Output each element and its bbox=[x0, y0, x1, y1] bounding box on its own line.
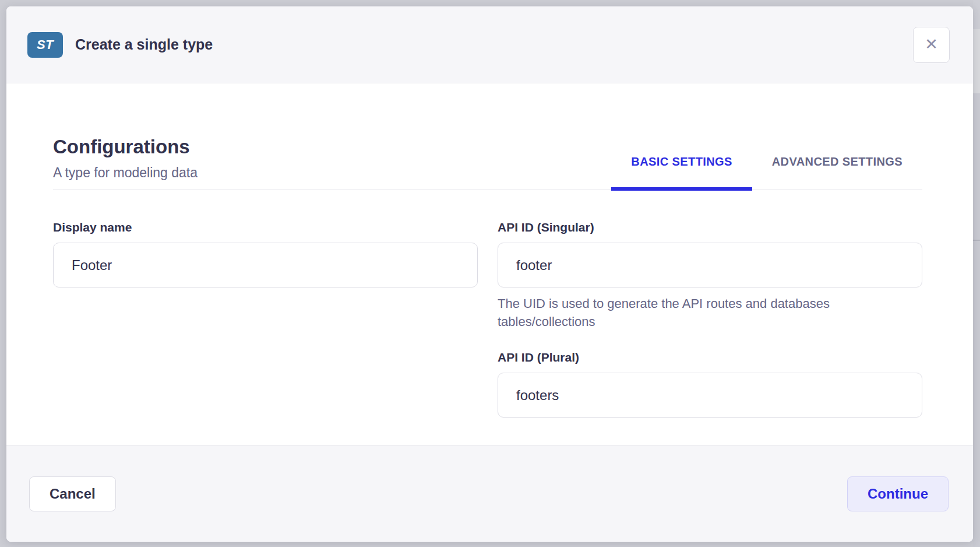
modal-header: ST Create a single type ✕ bbox=[6, 6, 973, 83]
configurations-form: Display name API ID (Singular) The UID i… bbox=[53, 220, 922, 418]
page-subtitle: A type for modeling data bbox=[53, 166, 198, 180]
cancel-button[interactable]: Cancel bbox=[29, 476, 116, 511]
api-id-singular-field-group: API ID (Singular) The UID is used to gen… bbox=[498, 220, 922, 331]
api-id-plural-input[interactable] bbox=[498, 373, 922, 418]
api-id-singular-label: API ID (Singular) bbox=[498, 220, 922, 235]
tab-advanced-settings[interactable]: ADVANCED SETTINGS bbox=[752, 155, 922, 189]
api-id-singular-input[interactable] bbox=[498, 243, 922, 287]
display-name-label: Display name bbox=[53, 220, 478, 235]
api-id-singular-hint: The UID is used to generate the API rout… bbox=[498, 294, 894, 331]
modal-footer: Cancel Continue bbox=[6, 445, 973, 542]
continue-button[interactable]: Continue bbox=[847, 476, 949, 511]
configurations-titles: Configurations A type for modeling data bbox=[53, 135, 198, 189]
background-band bbox=[973, 29, 980, 93]
background-band bbox=[973, 0, 980, 29]
page-title: Configurations bbox=[53, 135, 198, 159]
form-right-column: API ID (Singular) The UID is used to gen… bbox=[498, 220, 922, 418]
close-icon: ✕ bbox=[925, 37, 938, 52]
single-type-badge-icon: ST bbox=[27, 32, 63, 58]
display-name-input[interactable] bbox=[53, 243, 478, 287]
tab-basic-settings[interactable]: BASIC SETTINGS bbox=[611, 155, 752, 189]
background-page-edge bbox=[973, 0, 980, 547]
background-divider bbox=[973, 240, 980, 241]
modal-body: Configurations A type for modeling data … bbox=[6, 83, 973, 445]
modal-title: Create a single type bbox=[75, 36, 213, 53]
settings-tabs: BASIC SETTINGS ADVANCED SETTINGS bbox=[611, 155, 922, 189]
api-id-plural-field-group: API ID (Plural) bbox=[498, 350, 922, 418]
create-single-type-modal: ST Create a single type ✕ Configurations… bbox=[6, 6, 973, 542]
form-left-column: Display name bbox=[53, 220, 478, 418]
configurations-header-row: Configurations A type for modeling data … bbox=[53, 135, 922, 190]
close-button[interactable]: ✕ bbox=[913, 27, 950, 63]
api-id-plural-label: API ID (Plural) bbox=[498, 350, 922, 365]
display-name-field-group: Display name bbox=[53, 220, 478, 287]
screen: ST Create a single type ✕ Configurations… bbox=[0, 0, 980, 547]
